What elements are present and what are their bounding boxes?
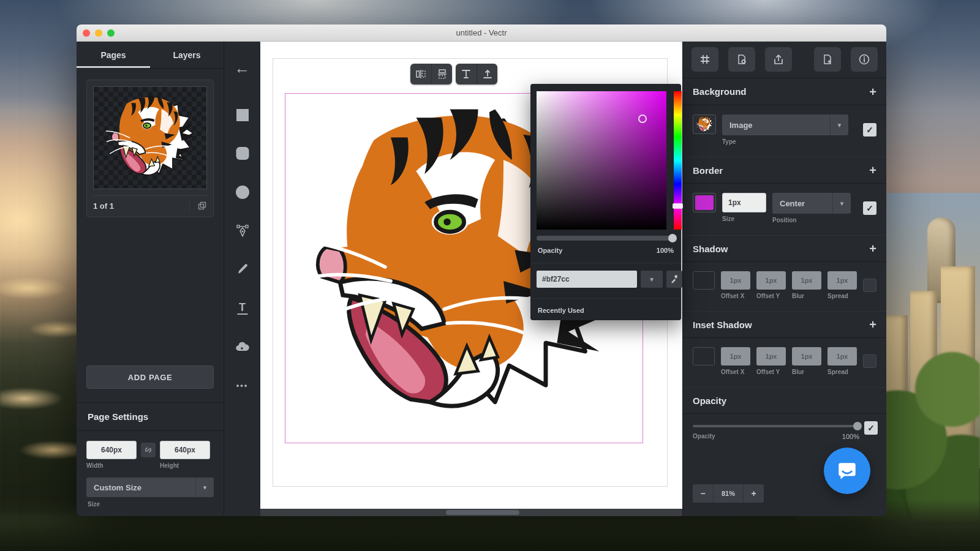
shadow-offset-x-input[interactable]: [721, 271, 750, 290]
saturation-brightness-field[interactable]: [537, 91, 666, 230]
send-to-back-button[interactable]: [477, 64, 497, 84]
tab-pages[interactable]: Pages: [77, 42, 150, 68]
page-dimensions-row: Width Height: [77, 431, 224, 469]
background-image-swatch[interactable]: [693, 114, 716, 134]
page-size-select[interactable]: Custom Size ▾: [86, 478, 214, 497]
duplicate-icon: [197, 201, 207, 211]
ellipse-tool[interactable]: [236, 186, 249, 199]
shadow-enabled-checkbox[interactable]: [863, 279, 876, 292]
text-tool[interactable]: T: [237, 301, 247, 315]
add-shadow-button[interactable]: +: [869, 242, 876, 255]
background-type-select[interactable]: Image ▾: [722, 114, 848, 135]
hue-slider-handle[interactable]: [673, 203, 683, 209]
window-title: untitled - Vectr: [77, 28, 886, 37]
titlebar[interactable]: untitled - Vectr: [77, 24, 886, 42]
background-row: Image ▾ Type ✓: [683, 105, 886, 157]
document-settings-button[interactable]: [728, 47, 755, 72]
flip-vertical-button[interactable]: [431, 64, 452, 84]
inset-shadow-blur-group: Blur: [792, 347, 821, 375]
bring-to-front-button[interactable]: [456, 64, 477, 84]
inset-shadow-offset-x-group: Offset X: [721, 347, 750, 375]
rounded-rectangle-tool[interactable]: [236, 147, 249, 160]
inset-shadow-blur-input[interactable]: [792, 347, 821, 365]
chat-launcher-button[interactable]: [824, 448, 870, 494]
opacity-enabled-checkbox[interactable]: ✓: [864, 421, 878, 435]
hex-color-input[interactable]: [537, 271, 637, 288]
info-button[interactable]: [851, 47, 878, 72]
duplicate-page-button[interactable]: [189, 201, 207, 211]
opacity-labels: Opacity 100%: [693, 433, 859, 440]
info-icon: [858, 53, 870, 66]
inset-shadow-enabled-checkbox[interactable]: [863, 354, 876, 368]
color-format-dropdown[interactable]: ▾: [641, 271, 663, 288]
background-enabled-checkbox[interactable]: ✓: [863, 123, 876, 137]
shadow-row: Offset X Offset Y Blur Spread: [683, 262, 886, 311]
inset-shadow-offset-y-input[interactable]: [756, 347, 786, 365]
background-type-group: Image ▾ Type: [722, 114, 848, 145]
flip-horizontal-button[interactable]: [410, 64, 431, 84]
zoom-in-button[interactable]: +: [744, 484, 764, 503]
zoom-out-button[interactable]: −: [693, 484, 713, 503]
horizontal-scrollbar-thumb[interactable]: [446, 510, 519, 515]
shadow-color-swatch[interactable]: [693, 271, 715, 290]
document-gear-icon: [736, 53, 748, 66]
shadow-blur-input[interactable]: [792, 271, 821, 290]
opacity-slider[interactable]: [693, 425, 859, 427]
tab-layers[interactable]: Layers: [150, 42, 224, 68]
height-input[interactable]: [160, 441, 210, 459]
pencil-icon: [236, 262, 249, 276]
flip-button-group: [410, 64, 452, 84]
inset-shadow-color-swatch[interactable]: [693, 347, 715, 365]
pages-panel: Pages Layers 1 of 1: [77, 42, 224, 516]
inset-shadow-offset-y-label: Offset Y: [756, 369, 786, 375]
add-page-button[interactable]: ADD PAGE: [86, 365, 214, 389]
image-tool[interactable]: [235, 340, 250, 353]
rectangle-icon: [236, 109, 249, 121]
pencil-tool[interactable]: [236, 262, 249, 276]
pen-tool[interactable]: [235, 223, 250, 238]
shadow-offset-y-group: Offset Y: [756, 271, 786, 299]
add-inset-shadow-button[interactable]: +: [869, 318, 876, 331]
background-type-label: Type: [722, 138, 848, 145]
page-thumbnail[interactable]: [93, 86, 207, 189]
eyedropper-button[interactable]: [666, 271, 682, 288]
add-border-button[interactable]: +: [869, 164, 876, 176]
add-background-button[interactable]: +: [869, 86, 876, 98]
color-cursor[interactable]: [638, 114, 647, 123]
width-input[interactable]: [86, 441, 137, 459]
border-enabled-checkbox[interactable]: ✓: [863, 201, 876, 215]
hue-slider[interactable]: [674, 91, 682, 230]
add-document-button[interactable]: [814, 47, 841, 72]
flip-vertical-icon: [436, 68, 448, 80]
shadow-offset-x-group: Offset X: [721, 271, 750, 299]
picker-opacity-slider[interactable]: [537, 236, 675, 241]
lock-aspect-button[interactable]: [141, 443, 156, 457]
page-thumbnail-card[interactable]: 1 of 1: [86, 80, 214, 217]
chevron-down-icon: ▾: [830, 114, 848, 135]
width-field-group: Width: [86, 441, 137, 469]
horizontal-scrollbar[interactable]: [260, 509, 682, 516]
shadow-offset-y-input[interactable]: [756, 271, 786, 290]
rounded-rectangle-icon: [236, 147, 249, 160]
border-position-select[interactable]: Center ▾: [772, 193, 851, 214]
more-tools-button[interactable]: •••: [236, 381, 249, 390]
inset-shadow-offset-x-input[interactable]: [721, 347, 750, 365]
border-color-swatch[interactable]: [693, 193, 716, 212]
inset-shadow-spread-input[interactable]: [827, 347, 857, 365]
border-position-label: Position: [772, 217, 851, 223]
rectangle-tool[interactable]: [236, 109, 249, 121]
export-button[interactable]: [765, 47, 792, 72]
border-size-input[interactable]: [722, 193, 766, 212]
inset-shadow-title: Inset Shadow: [693, 320, 752, 330]
back-button[interactable]: ←: [235, 59, 251, 78]
background-swatch-art: [695, 116, 714, 133]
tiger-thumbnail-art: [105, 92, 195, 183]
background-title: Background: [693, 86, 747, 97]
grid-settings-button[interactable]: [692, 47, 718, 72]
picker-opacity-handle[interactable]: [668, 234, 677, 242]
object-action-bar: [410, 64, 497, 84]
shadow-spread-input[interactable]: [827, 271, 857, 290]
opacity-slider-handle[interactable]: [853, 422, 862, 430]
shadow-title: Shadow: [693, 244, 728, 254]
border-title: Border: [693, 165, 723, 176]
